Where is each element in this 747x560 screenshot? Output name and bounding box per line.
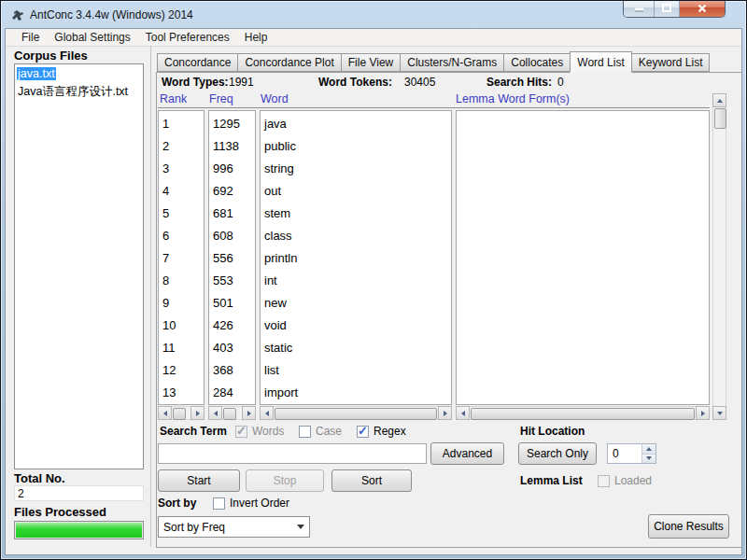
word-cell[interactable]: string xyxy=(264,158,451,180)
rank-cell[interactable]: 13 xyxy=(162,382,204,404)
word-cell[interactable]: class xyxy=(264,225,451,247)
freq-cell[interactable]: 681 xyxy=(213,203,255,225)
search-term-input[interactable] xyxy=(158,443,427,464)
word-cell[interactable]: out xyxy=(264,180,451,203)
case-checkbox[interactable]: ✓ xyxy=(299,426,311,438)
word-cell[interactable]: public xyxy=(264,135,451,158)
tab[interactable]: Collocates xyxy=(503,53,571,72)
hscroll-track[interactable] xyxy=(172,406,190,420)
close-button[interactable] xyxy=(680,0,725,17)
rank-cell[interactable]: 6 xyxy=(162,225,204,247)
tab[interactable]: Concordance Plot xyxy=(237,53,341,72)
menu-item[interactable]: File xyxy=(14,30,47,45)
menu-item[interactable]: Tool Preferences xyxy=(138,30,237,45)
freq-cell[interactable]: 403 xyxy=(213,337,255,359)
word-cell[interactable]: static xyxy=(264,337,451,359)
word-cell[interactable]: stem xyxy=(264,203,451,225)
scroll-right-button[interactable] xyxy=(696,406,710,420)
scroll-left-button[interactable] xyxy=(208,406,222,420)
hit-location-spinner[interactable]: 0 xyxy=(607,443,656,464)
advanced-button[interactable]: Advanced xyxy=(430,442,504,465)
rank-hscrollbar[interactable] xyxy=(158,406,204,420)
freq-cell[interactable]: 1138 xyxy=(213,135,255,158)
maximize-button[interactable] xyxy=(655,0,680,17)
corpus-file-list[interactable]: java.txtJava语言程序设计.txt xyxy=(14,63,144,469)
rank-column[interactable]: 12345678910111213 xyxy=(158,110,204,405)
rank-cell[interactable]: 4 xyxy=(162,180,204,203)
invert-order-checkbox[interactable]: ✓ xyxy=(213,497,225,510)
scroll-up-button[interactable] xyxy=(712,93,726,107)
freq-cell[interactable]: 426 xyxy=(213,315,255,337)
word-cell[interactable]: int xyxy=(264,270,451,292)
column-header-lemma[interactable]: Lemma Word Form(s) xyxy=(456,92,570,105)
clone-results-button[interactable]: Clone Results xyxy=(648,514,729,539)
vertical-scrollbar[interactable] xyxy=(712,93,726,420)
lemma-hscrollbar[interactable] xyxy=(456,406,710,420)
tab[interactable]: Concordance xyxy=(157,53,238,72)
menu-item[interactable]: Help xyxy=(237,30,275,45)
rank-cell[interactable]: 5 xyxy=(162,203,204,225)
freq-cell[interactable]: 608 xyxy=(213,225,255,247)
word-cell[interactable]: void xyxy=(264,315,451,337)
tab[interactable]: Clusters/N-Grams xyxy=(400,53,504,72)
hscroll-track[interactable] xyxy=(470,406,696,420)
word-column[interactable]: javapublicstringoutstemclassprintlnintne… xyxy=(260,110,452,405)
word-cell[interactable]: import xyxy=(264,382,451,404)
freq-cell[interactable]: 368 xyxy=(213,359,255,382)
rank-cell[interactable]: 9 xyxy=(162,292,204,315)
rank-cell[interactable]: 1 xyxy=(162,113,204,135)
start-button[interactable]: Start xyxy=(158,469,240,492)
rank-cell[interactable]: 8 xyxy=(162,270,204,292)
freq-cell[interactable]: 692 xyxy=(213,180,255,203)
spinner-up-button[interactable] xyxy=(642,444,655,455)
tab[interactable]: Word List xyxy=(570,51,631,73)
scroll-right-button[interactable] xyxy=(242,406,256,420)
column-header-rank[interactable]: Rank xyxy=(160,92,187,105)
sort-by-dropdown[interactable]: Sort by Freq xyxy=(158,516,310,538)
rank-cell[interactable]: 7 xyxy=(162,247,204,270)
scroll-left-button[interactable] xyxy=(456,406,470,420)
rank-cell[interactable]: 10 xyxy=(162,315,204,337)
minimize-button[interactable] xyxy=(624,0,655,17)
word-cell[interactable]: new xyxy=(264,292,451,315)
scroll-down-button[interactable] xyxy=(712,406,726,420)
word-cell[interactable]: list xyxy=(264,359,451,382)
rank-cell[interactable]: 2 xyxy=(162,135,204,158)
scroll-right-button[interactable] xyxy=(438,406,452,420)
search-only-button[interactable]: Search Only xyxy=(518,442,597,465)
hscroll-thumb[interactable] xyxy=(275,408,437,420)
hscroll-track[interactable] xyxy=(274,406,438,420)
sort-button[interactable]: Sort xyxy=(331,469,412,492)
menu-item[interactable]: Global Settings xyxy=(47,30,137,45)
loaded-checkbox[interactable]: ✓ xyxy=(598,475,610,487)
regex-checkbox[interactable]: ✓ xyxy=(357,426,369,438)
scroll-left-button[interactable] xyxy=(158,406,172,420)
corpus-file-item[interactable]: Java语言程序设计.txt xyxy=(17,83,141,101)
freq-hscrollbar[interactable] xyxy=(208,406,256,420)
freq-cell[interactable]: 556 xyxy=(213,247,255,270)
hscroll-track[interactable] xyxy=(222,406,242,420)
tab[interactable]: Keyword List xyxy=(631,53,711,72)
hscroll-thumb[interactable] xyxy=(223,408,236,420)
words-checkbox[interactable]: ✓ xyxy=(235,426,247,438)
freq-cell[interactable]: 284 xyxy=(213,382,255,404)
word-hscrollbar[interactable] xyxy=(260,406,452,420)
rank-cell[interactable]: 3 xyxy=(162,158,204,180)
word-cell[interactable]: java xyxy=(264,113,451,135)
corpus-file-item[interactable]: java.txt xyxy=(17,65,141,83)
rank-cell[interactable]: 11 xyxy=(162,337,204,359)
tab[interactable]: File View xyxy=(341,53,401,72)
hscroll-thumb[interactable] xyxy=(173,408,186,420)
word-cell[interactable]: println xyxy=(264,247,451,270)
freq-cell[interactable]: 553 xyxy=(213,270,255,292)
lemma-column[interactable] xyxy=(456,110,710,405)
stop-button[interactable]: Stop xyxy=(246,469,324,492)
scroll-left-button[interactable] xyxy=(260,406,274,420)
column-header-word[interactable]: Word xyxy=(261,92,289,105)
spinner-down-button[interactable] xyxy=(642,455,655,464)
freq-column[interactable]: 1295113899669268160855655350142640336828… xyxy=(208,110,256,405)
scroll-right-button[interactable] xyxy=(190,406,204,420)
rank-cell[interactable]: 12 xyxy=(162,359,204,382)
pane-divider[interactable] xyxy=(150,46,151,547)
column-header-freq[interactable]: Freq xyxy=(209,92,233,105)
